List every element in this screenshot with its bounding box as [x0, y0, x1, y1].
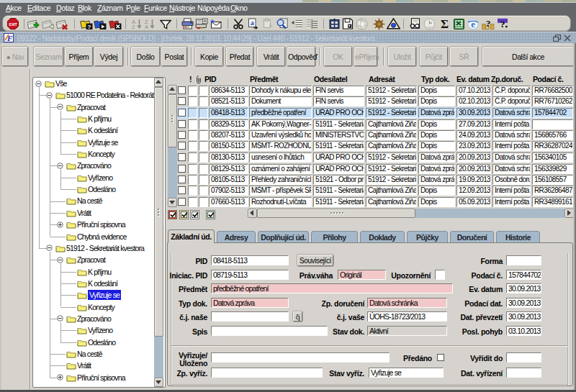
svg-text:?: ?	[486, 18, 491, 29]
svg-text:?: ?	[500, 19, 505, 29]
svg-text:Σ: Σ	[441, 18, 449, 29]
svg-text:a: a	[251, 19, 254, 27]
